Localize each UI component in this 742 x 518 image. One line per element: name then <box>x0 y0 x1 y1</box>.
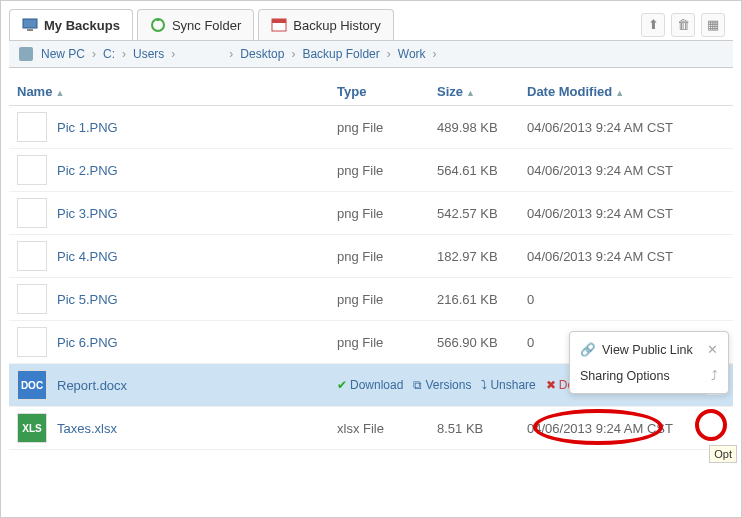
file-name: Pic 1.PNG <box>57 120 118 135</box>
crumb[interactable]: Work <box>398 47 426 61</box>
table-row[interactable]: Pic 3.PNG png File 542.57 KB 04/06/2013 … <box>9 192 733 235</box>
col-header-size[interactable]: Size▲ <box>437 84 527 99</box>
tab-backup-history[interactable]: Backup History <box>258 9 393 40</box>
tab-bar: My Backups Sync Folder Backup History <box>9 9 635 40</box>
unshare-action[interactable]: ⤵ Unshare <box>481 378 535 392</box>
file-name: Pic 3.PNG <box>57 206 118 221</box>
tooltip: Opt <box>709 445 737 463</box>
close-icon[interactable]: ✕ <box>707 342 718 357</box>
tab-label: Sync Folder <box>172 18 241 33</box>
chevron-icon: › <box>291 47 295 61</box>
file-type: png File <box>337 120 437 135</box>
file-size: 216.61 KB <box>437 292 527 307</box>
table-row[interactable]: Pic 4.PNG png File 182.97 KB 04/06/2013 … <box>9 235 733 278</box>
trash-icon: 🗑 <box>677 17 690 32</box>
file-date: 0 <box>527 292 725 307</box>
file-type: png File <box>337 335 437 350</box>
file-type: png File <box>337 206 437 221</box>
file-date: 04/06/2013 9:24 AM CST <box>527 163 725 178</box>
share-icon: ⤴ <box>711 369 718 383</box>
col-header-date[interactable]: Date Modified▲ <box>527 84 725 99</box>
file-type: xlsx File <box>337 421 437 436</box>
svg-rect-4 <box>272 19 286 23</box>
grid-view-button[interactable]: ▦ <box>701 13 725 37</box>
col-header-type[interactable]: Type <box>337 84 437 99</box>
crumb[interactable]: New PC <box>41 47 85 61</box>
file-icon <box>17 327 47 357</box>
file-date: 04/06/2013 9:24 AM CST <box>527 120 725 135</box>
sharing-options[interactable]: Sharing Options ⤴ <box>570 363 728 389</box>
download-action[interactable]: ✔ Download <box>337 378 403 392</box>
file-icon: DOC <box>17 370 47 400</box>
table-row[interactable]: Pic 2.PNG png File 564.61 KB 04/06/2013 … <box>9 149 733 192</box>
share-popup: 🔗 View Public Link ✕ Sharing Options ⤴ <box>569 331 729 394</box>
sync-icon <box>150 17 166 33</box>
file-icon: XLS <box>17 413 47 443</box>
x-icon: ✖ <box>546 378 556 392</box>
table-row[interactable]: XLSTaxes.xlsx xlsx File 8.51 KB 04/06/20… <box>9 407 733 450</box>
versions-action[interactable]: ⧉ Versions <box>413 378 471 392</box>
file-name: Pic 5.PNG <box>57 292 118 307</box>
svg-rect-0 <box>23 19 37 28</box>
tab-my-backups[interactable]: My Backups <box>9 9 133 40</box>
file-size: 542.57 KB <box>437 206 527 221</box>
file-size: 489.98 KB <box>437 120 527 135</box>
check-icon: ✔ <box>337 378 347 392</box>
file-size: 566.90 KB <box>437 335 527 350</box>
sort-asc-icon: ▲ <box>615 88 624 98</box>
file-name: Report.docx <box>57 378 127 393</box>
copy-icon: ⧉ <box>413 378 422 392</box>
link-icon: 🔗 <box>580 342 596 357</box>
file-table: Name▲ Type Size▲ Date Modified▲ Pic 1.PN… <box>9 78 733 450</box>
file-icon <box>17 198 47 228</box>
file-type: png File <box>337 163 437 178</box>
file-size: 8.51 KB <box>437 421 527 436</box>
file-size: 182.97 KB <box>437 249 527 264</box>
crumb[interactable]: Desktop <box>240 47 284 61</box>
trash-button[interactable]: 🗑 <box>671 13 695 37</box>
monitor-icon <box>22 17 38 33</box>
chevron-icon: › <box>433 47 437 61</box>
tab-label: Backup History <box>293 18 380 33</box>
view-public-link[interactable]: 🔗 View Public Link ✕ <box>570 336 728 363</box>
sort-asc-icon: ▲ <box>466 88 475 98</box>
table-row[interactable]: Pic 5.PNG png File 216.61 KB 0 <box>9 278 733 321</box>
file-type: png File <box>337 292 437 307</box>
unshare-icon: ⤵ <box>481 378 487 392</box>
chevron-icon: › <box>229 47 233 61</box>
crumb[interactable]: C: <box>103 47 115 61</box>
grid-icon: ▦ <box>707 17 719 32</box>
chevron-icon: › <box>387 47 391 61</box>
file-icon <box>17 112 47 142</box>
file-icon <box>17 284 47 314</box>
table-header: Name▲ Type Size▲ Date Modified▲ <box>9 78 733 106</box>
tab-label: My Backups <box>44 18 120 33</box>
toolbar: My Backups Sync Folder Backup History ⬆ … <box>1 1 741 40</box>
file-name: Taxes.xlsx <box>57 421 117 436</box>
toolbar-right: ⬆ 🗑 ▦ <box>641 13 725 37</box>
chevron-icon: › <box>122 47 126 61</box>
file-name: Pic 4.PNG <box>57 249 118 264</box>
chevron-icon: › <box>171 47 175 61</box>
upload-icon: ⬆ <box>648 17 659 32</box>
file-date: 04/06/2013 9:24 AM CST <box>527 206 725 221</box>
file-icon <box>17 241 47 271</box>
crumb[interactable]: Backup Folder <box>302 47 379 61</box>
upload-button[interactable]: ⬆ <box>641 13 665 37</box>
table-row[interactable]: Pic 1.PNG png File 489.98 KB 04/06/2013 … <box>9 106 733 149</box>
tab-sync-folder[interactable]: Sync Folder <box>137 9 254 40</box>
svg-rect-1 <box>27 29 33 31</box>
file-icon <box>17 155 47 185</box>
computer-icon <box>19 47 33 61</box>
breadcrumb: New PC› C:› Users› › Desktop› Backup Fol… <box>9 40 733 68</box>
file-date: 04/06/2013 9:24 AM CST <box>527 249 725 264</box>
crumb[interactable]: Users <box>133 47 164 61</box>
col-header-name[interactable]: Name▲ <box>17 84 337 99</box>
calendar-icon <box>271 17 287 33</box>
chevron-icon: › <box>92 47 96 61</box>
file-date: 04/06/2013 9:24 AM CST <box>527 421 725 436</box>
file-name: Pic 6.PNG <box>57 335 118 350</box>
file-size: 564.61 KB <box>437 163 527 178</box>
sort-asc-icon: ▲ <box>55 88 64 98</box>
file-name: Pic 2.PNG <box>57 163 118 178</box>
